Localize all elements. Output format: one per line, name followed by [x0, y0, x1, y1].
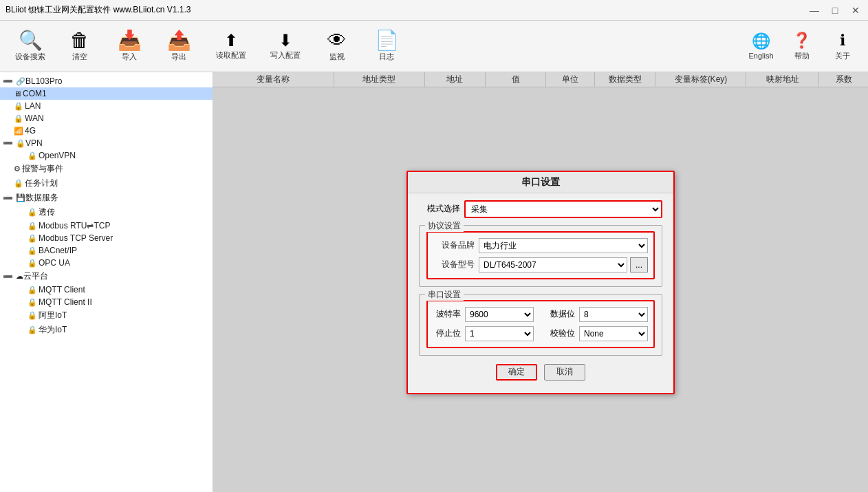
dialog-footer: 确定 取消: [419, 360, 662, 383]
data-bits-label: 数据位: [547, 308, 575, 320]
tree-item-modbus-rtu[interactable]: 🔒Modbus RTU⇌TCP: [0, 220, 213, 232]
toolbar-write-config[interactable]: ⬇ 写入配置: [259, 24, 311, 69]
toolbar-clear-label: 清空: [72, 52, 87, 62]
device-search-icon: 🔍: [19, 31, 43, 50]
toolbar-help[interactable]: ❓ 帮助: [783, 24, 821, 69]
com-icon: 🖥: [14, 89, 21, 98]
tree-leaf: 🔒LAN: [14, 101, 41, 111]
tree-item-passthrough[interactable]: 🔒透传: [0, 205, 213, 220]
app-title: BLiiot 钡铼工业网关配置软件 www.BLiiot.cn V1.1.3: [6, 4, 191, 16]
close-button[interactable]: ✕: [849, 3, 862, 17]
device-model-row: 设备型号 DL/T645-2007 DL/T645-1997 ...: [433, 257, 648, 272]
tree-node-icon: ➖ 🔒: [3, 138, 25, 148]
tree-item-aliyun[interactable]: 🔒阿里IoT: [0, 308, 213, 323]
lock-icon: 🔒: [28, 311, 37, 320]
tree-item-data-group[interactable]: ➖ 💾数据服务: [0, 191, 213, 205]
toolbar-device-search[interactable]: 🔍 设备搜索: [7, 24, 54, 69]
tree-item-root[interactable]: ➖ 🔗BL103Pro: [0, 75, 213, 87]
toolbar-write-config-label: 写入配置: [270, 50, 301, 61]
tree-leaf: 🔒Modbus TCP Server: [28, 233, 113, 243]
tree-item-alarm[interactable]: ⚙报警与事件: [0, 162, 213, 176]
import-icon: 📥: [118, 31, 142, 50]
tree-item-mqtt-client[interactable]: 🔒MQTT Client: [0, 284, 213, 296]
cancel-button[interactable]: 取消: [544, 364, 585, 381]
tree-item-com1[interactable]: 🖥COM1: [0, 87, 213, 100]
titlebar: BLiiot 钡铼工业网关配置软件 www.BLiiot.cn V1.1.3 —…: [0, 0, 868, 21]
mode-select[interactable]: 采集 透传 关闭: [466, 202, 661, 217]
tree-item-huawei[interactable]: 🔒华为IoT: [0, 323, 213, 337]
tree-item-lan[interactable]: 🔒LAN: [0, 100, 213, 112]
tree-leaf: 🔒OpenVPN: [28, 151, 76, 160]
toolbar-right: 🌐 English ❓ 帮助 ℹ 关于: [742, 24, 861, 69]
stop-bits-row: 停止位 1 2: [433, 326, 534, 341]
sidebar: ➖ 🔗BL103Pro🖥COM1🔒LAN🔒WAN📶4G➖ 🔒VPN🔒OpenVP…: [0, 72, 213, 492]
tree-node-icon: ➖ 💾: [3, 193, 25, 203]
mode-select-wrap: 采集 透传 关闭: [464, 200, 662, 218]
lock-icon: 🔒: [28, 246, 37, 255]
port-section: 串口设置 波特率 9600 4800 19200 38400: [419, 294, 662, 356]
toolbar-read-config[interactable]: ⬆ 读取配置: [205, 24, 257, 69]
parity-select[interactable]: None Odd Even: [579, 326, 648, 341]
tree-item-4g[interactable]: 📶4G: [0, 125, 213, 137]
baud-select[interactable]: 9600 4800 19200 38400 57600 115200: [465, 307, 534, 322]
tree-leaf: 📶4G: [14, 126, 36, 136]
toolbar-export[interactable]: 📤 导出: [155, 24, 202, 69]
tree-item-openvpn[interactable]: 🔒OpenVPN: [0, 149, 213, 162]
confirm-button[interactable]: 确定: [496, 364, 537, 381]
restore-button[interactable]: □: [828, 3, 842, 17]
lock-icon: 🔒: [14, 179, 23, 188]
tree-item-modbus-tcp[interactable]: 🔒Modbus TCP Server: [0, 232, 213, 244]
toolbar-log[interactable]: 📄 日志: [363, 24, 410, 69]
tree-leaf: 🔒阿里IoT: [28, 310, 67, 321]
tree-leaf: ⚙报警与事件: [14, 163, 63, 175]
tree-item-task[interactable]: 🔒任务计划: [0, 176, 213, 191]
tree-item-bacnet[interactable]: 🔒BACnet/IP: [0, 244, 213, 257]
toolbar: 🔍 设备搜索 🗑 清空 📥 导入 📤 导出 ⬆ 读取配置 ⬇ 写入配置 👁 监视…: [0, 21, 868, 72]
lock-icon: 🔒: [28, 286, 37, 295]
toolbar-device-search-label: 设备搜索: [15, 52, 45, 62]
toolbar-import[interactable]: 📥 导入: [106, 24, 153, 69]
toolbar-english[interactable]: 🌐 English: [742, 24, 780, 69]
protocol-inner: 设备品牌 电力行业 其他 设备型号 DL/T645-2007: [426, 231, 655, 279]
tree-node-icon: ➖ ☁: [3, 272, 23, 281]
toolbar-about[interactable]: ℹ 关于: [823, 24, 861, 69]
tree-item-wan[interactable]: 🔒WAN: [0, 112, 213, 125]
mode-label: 模式选择: [419, 203, 460, 215]
tree-item-cloud-group[interactable]: ➖ ☁云平台: [0, 269, 213, 284]
tree-node-icon: ➖ 🔗: [3, 76, 25, 86]
tree-item-opc-ua[interactable]: 🔒OPC UA: [0, 257, 213, 269]
tree-leaf: 🔒MQTT Client: [28, 285, 85, 295]
stop-bits-label: 停止位: [433, 328, 461, 339]
tree-leaf: 🔒BACnet/IP: [28, 246, 77, 255]
device-model-browse-button[interactable]: ...: [630, 257, 648, 272]
toolbar-english-label: English: [748, 52, 773, 60]
tree-leaf: 🔒MQTT Client II: [28, 297, 92, 307]
lock-icon: 🔒: [28, 325, 37, 334]
toolbar-monitor[interactable]: 👁 监视: [314, 24, 360, 69]
lock-icon: 🔒: [28, 208, 37, 217]
parity-row: 校验位 None Odd Even: [547, 326, 648, 341]
device-brand-row: 设备品牌 电力行业 其他: [433, 238, 648, 253]
lock-icon: 🔒: [28, 298, 37, 307]
tree-item-vpn-group[interactable]: ➖ 🔒VPN: [0, 137, 213, 149]
toolbar-log-label: 日志: [379, 52, 394, 62]
tree-item-mqtt-client2[interactable]: 🔒MQTT Client II: [0, 296, 213, 308]
tree: ➖ 🔗BL103Pro🖥COM1🔒LAN🔒WAN📶4G➖ 🔒VPN🔒OpenVP…: [0, 75, 213, 337]
lock-icon: 🔒: [28, 222, 37, 231]
export-icon: 📤: [167, 31, 191, 50]
device-model-select[interactable]: DL/T645-2007 DL/T645-1997: [479, 257, 627, 272]
help-icon: ❓: [792, 32, 811, 50]
tree-leaf: 🔒WAN: [14, 114, 44, 123]
device-brand-select[interactable]: 电力行业 其他: [479, 238, 648, 253]
dialog-overlay: 串口设置 模式选择 采集 透传 关闭: [213, 72, 868, 492]
toolbar-clear[interactable]: 🗑 清空: [56, 24, 103, 69]
minimize-button[interactable]: —: [807, 3, 821, 17]
lock-icon: 🔒: [14, 102, 23, 111]
toolbar-read-config-label: 读取配置: [216, 50, 246, 61]
tree-leaf: 🔒OPC UA: [28, 258, 70, 268]
tree-leaf: 🔒华为IoT: [28, 324, 67, 336]
toolbar-export-label: 导出: [171, 52, 186, 62]
data-bits-select[interactable]: 8 7 6 5: [579, 307, 648, 322]
stop-bits-select[interactable]: 1 2: [465, 326, 534, 341]
protocol-legend: 协议设置: [425, 220, 464, 232]
